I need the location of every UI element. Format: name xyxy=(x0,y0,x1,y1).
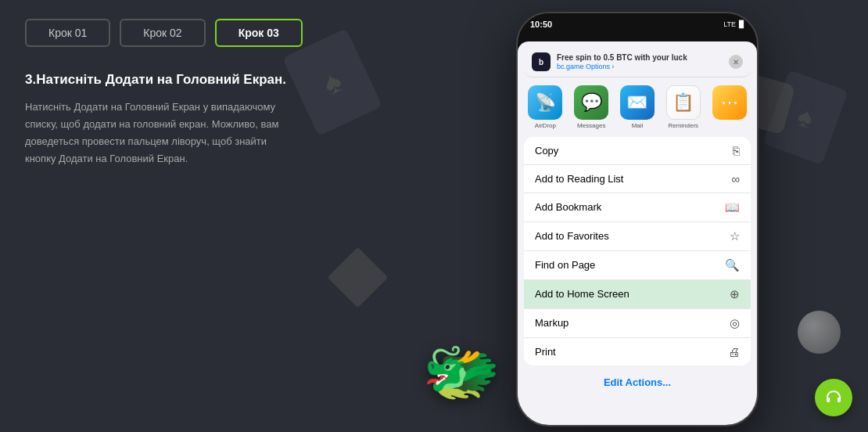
menu-item-find[interactable]: Find on Page 🔍 xyxy=(524,251,751,280)
step-tab-2[interactable]: Крок 02 xyxy=(120,19,205,47)
deco-ball xyxy=(798,311,841,354)
menu-item-markup[interactable]: Markup ◎ xyxy=(524,309,751,338)
extra-icon-item[interactable]: ⋯ xyxy=(708,85,751,129)
app-icons-row: 📡 AirDrop 💬 Messages ✉️ Mail 📋 Reminders… xyxy=(518,77,757,132)
menu-item-print-label: Print xyxy=(535,346,556,358)
notif-sub: bc.game Options › xyxy=(557,63,723,72)
main-heading: 3.Натисніть Додати на Головний Екран. xyxy=(25,70,291,89)
left-content: 3.Натисніть Додати на Головний Екран. На… xyxy=(25,70,291,167)
extra-icon: ⋯ xyxy=(712,85,747,120)
phone-signal: LTE ▉ xyxy=(723,20,744,28)
bookmark-icon: 📖 xyxy=(725,200,740,214)
reminders-label: Reminders xyxy=(668,122,698,129)
find-icon: 🔍 xyxy=(725,258,740,272)
menu-item-find-label: Find on Page xyxy=(535,259,595,271)
deco-diamond xyxy=(328,247,389,308)
phone-mockup: 10:50 LTE ▉ b Free spin to 0.5 BTC with … xyxy=(516,12,759,427)
phone-frame: 10:50 LTE ▉ b Free spin to 0.5 BTC with … xyxy=(516,12,759,427)
notif-title: Free spin to 0.5 BTC with your luck xyxy=(557,52,723,63)
notif-text: Free spin to 0.5 BTC with your luck bc.g… xyxy=(557,52,723,72)
menu-item-home-label: Add to Home Screen xyxy=(535,288,629,300)
menu-item-bookmark[interactable]: Add Bookmark 📖 xyxy=(524,193,751,222)
menu-item-home-screen[interactable]: Add to Home Screen ⊕ xyxy=(524,280,751,309)
menu-item-reading-list[interactable]: Add to Reading List ∞ xyxy=(524,165,751,193)
step-tab-3[interactable]: Крок 03 xyxy=(215,19,303,47)
edit-actions-button[interactable]: Edit Actions... xyxy=(518,370,757,394)
notification-bar: b Free spin to 0.5 BTC with your luck bc… xyxy=(524,46,751,77)
markup-icon: ◎ xyxy=(730,316,740,330)
menu-item-bookmark-label: Add Bookmark xyxy=(535,201,601,213)
mail-icon: ✉️ xyxy=(620,85,655,120)
step-tab-1[interactable]: Крок 01 xyxy=(25,19,110,47)
favorites-icon: ☆ xyxy=(730,229,740,243)
menu-item-favorites-label: Add to Favorites xyxy=(535,230,609,242)
battery-icon: ▉ xyxy=(739,20,744,28)
reminders-icon: 📋 xyxy=(666,85,701,120)
airdrop-icon-item[interactable]: 📡 AirDrop xyxy=(524,85,567,129)
print-icon: 🖨 xyxy=(728,345,740,358)
menu-item-copy[interactable]: Copy ⎘ xyxy=(524,137,751,165)
notif-app-icon: b xyxy=(532,52,551,71)
support-button[interactable] xyxy=(815,379,852,416)
share-menu-list: Copy ⎘ Add to Reading List ∞ Add Bookmar… xyxy=(524,137,751,365)
menu-item-print[interactable]: Print 🖨 xyxy=(524,338,751,365)
mail-icon-item[interactable]: ✉️ Mail xyxy=(616,85,659,129)
phone-status-bar: 10:50 LTE ▉ xyxy=(518,13,757,35)
mail-label: Mail xyxy=(632,122,644,129)
phone-lte: LTE xyxy=(723,20,736,28)
messages-icon-item[interactable]: 💬 Messages xyxy=(570,85,613,129)
dragon-mascot: 🐲 xyxy=(422,335,500,409)
airdrop-label: AirDrop xyxy=(535,122,556,129)
menu-item-markup-label: Markup xyxy=(535,317,569,329)
reminders-icon-item[interactable]: 📋 Reminders xyxy=(662,85,705,129)
main-description: Натисніть Додати на Головний Екран у вип… xyxy=(25,99,291,167)
home-screen-icon: ⊕ xyxy=(730,287,740,301)
phone-time: 10:50 xyxy=(530,20,552,29)
reading-list-icon: ∞ xyxy=(731,172,740,185)
phone-notch xyxy=(598,13,676,31)
menu-item-copy-label: Copy xyxy=(535,145,558,157)
messages-label: Messages xyxy=(577,122,605,129)
airdrop-icon: 📡 xyxy=(528,85,562,120)
share-sheet: b Free spin to 0.5 BTC with your luck bc… xyxy=(518,41,757,425)
menu-item-reading-label: Add to Reading List xyxy=(535,173,623,185)
headphone-icon xyxy=(824,388,843,407)
notif-close-button[interactable]: ✕ xyxy=(729,55,743,69)
menu-item-favorites[interactable]: Add to Favorites ☆ xyxy=(524,222,751,251)
messages-icon: 💬 xyxy=(574,85,608,120)
copy-icon: ⎘ xyxy=(733,144,740,157)
